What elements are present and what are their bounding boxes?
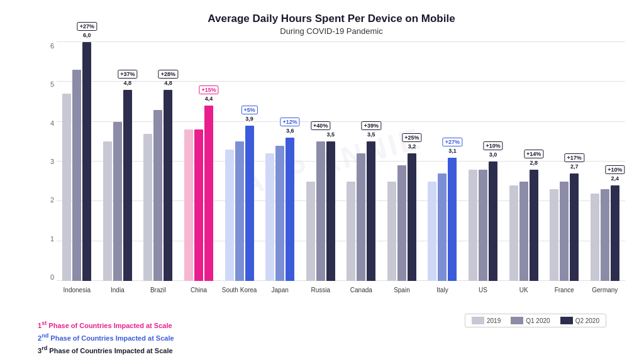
legend-q2: Q2 2020: [560, 317, 599, 324]
bar-brazil-2: 4,8+28%: [164, 90, 172, 281]
country-group-spain: 3,2+25%: [382, 153, 423, 281]
y-axis: 0 1 2 3 4 5 6: [38, 42, 57, 281]
bar-top-label-7: 3,5: [367, 131, 375, 138]
bar-russia-2: 3,5: [326, 141, 335, 281]
pct-badge-6: +40%: [311, 121, 330, 130]
bar-canada-2: 3,5+39%: [367, 141, 375, 281]
bar-indonesia-1: [72, 70, 81, 281]
phase3-label: 3rd Phase of Countries Impacted at Scale: [38, 344, 174, 357]
pct-badge-10: +10%: [483, 141, 502, 150]
country-group-japan: 3,6+12%: [260, 138, 301, 281]
bar-india-0: [103, 141, 112, 281]
bar-france-2: 2,7+17%: [570, 173, 579, 281]
country-group-russia: +40%3,5: [300, 141, 341, 281]
bar-spain-2: 3,2+25%: [408, 153, 416, 281]
pct-badge-7: +39%: [362, 121, 381, 130]
x-label-us: US: [463, 287, 504, 293]
bar-germany-1: [601, 189, 609, 281]
bar-top-label-4: 3,9: [245, 116, 253, 122]
bar-top-label-1: 4,8: [124, 80, 132, 86]
bar-top-label-0: 6,0: [83, 32, 91, 38]
x-label-germany: Germany: [585, 287, 626, 293]
x-label-uk: UK: [503, 287, 544, 293]
bars-area: 6,0+27%4,8+37%4,8+28%4,4+15%3,9+5%3,6+12…: [57, 42, 625, 281]
country-group-germany: 2,4+10%: [585, 185, 626, 281]
legend-2019: 2019: [472, 317, 501, 324]
bar-russia-0: [306, 182, 315, 281]
bar-france-0: [550, 189, 558, 281]
bar-south-korea-0: [225, 150, 234, 281]
bar-japan-2: 3,6+12%: [286, 138, 294, 281]
x-label-canada: Canada: [341, 287, 382, 293]
legend-label-2019: 2019: [487, 317, 501, 324]
pct-badge-5: +12%: [280, 118, 300, 126]
x-label-china: China: [179, 287, 219, 293]
bar-us-2: 3,0+10%: [489, 162, 497, 281]
bar-italy-1: [438, 173, 447, 281]
chart-subtitle: During COVID-19 Pandemic: [38, 26, 625, 36]
bar-top-label-8: 3,2: [408, 143, 416, 150]
bar-brazil-0: [143, 134, 152, 281]
chart-area: APP ANNIE 0 1 2 3 4 5 6 6,0+27%4,8+37%4,…: [38, 42, 625, 281]
bar-us-0: [469, 170, 477, 281]
bar-uk-1: [519, 182, 528, 281]
bar-india-1: [113, 122, 122, 281]
legend-area: 2019 Q1 2020 Q2 2020: [465, 314, 606, 327]
bar-indonesia-2: 6,0+27%: [82, 42, 91, 281]
legend-swatch-2019: [472, 317, 484, 324]
bar-india-2: 4,8+37%: [123, 90, 132, 281]
bar-top-label-13: 2,4: [611, 175, 619, 182]
bar-france-1: [560, 182, 569, 281]
pct-badge-1: +37%: [118, 70, 137, 79]
country-group-brazil: 4,8+28%: [138, 90, 179, 281]
bar-japan-1: [275, 146, 284, 281]
country-group-china: 4,4+15%: [179, 106, 219, 281]
pct-badge-11: +14%: [524, 150, 543, 158]
x-label-indonesia: Indonesia: [57, 287, 97, 293]
bar-canada-1: [357, 153, 365, 281]
x-label-south-korea: South Korea: [219, 287, 260, 293]
pct-badge-2: +28%: [158, 70, 178, 79]
x-label-russia: Russia: [300, 287, 341, 293]
bar-brazil-1: [153, 110, 162, 281]
bar-south-korea-2: 3,9+5%: [245, 126, 254, 281]
x-label-spain: Spain: [382, 287, 423, 293]
bar-top-label-6: 3,5: [326, 131, 335, 138]
bar-top-label-10: 3,0: [489, 151, 497, 158]
bar-top-label-12: 2,7: [570, 163, 579, 170]
bar-china-2: 4,4+15%: [204, 106, 213, 281]
bar-japan-0: [265, 153, 274, 281]
bar-germany-0: [591, 194, 599, 281]
pct-badge-9: +27%: [443, 138, 462, 146]
bar-top-label-11: 2,8: [530, 160, 538, 166]
bar-top-label-5: 3,6: [286, 128, 294, 134]
bar-china-0: [184, 129, 193, 281]
bar-top-label-3: 4,4: [205, 96, 213, 102]
legend-swatch-q2: [560, 317, 573, 324]
x-label-brazil: Brazil: [138, 287, 179, 293]
bar-top-label-2: 4,8: [164, 80, 172, 86]
x-label-india: India: [97, 287, 138, 293]
x-label-france: France: [544, 287, 585, 293]
country-group-italy: 3,1+27%: [422, 158, 463, 281]
bar-canada-0: [347, 182, 355, 281]
country-group-canada: 3,5+39%: [341, 141, 382, 281]
bar-italy-0: [428, 182, 436, 281]
bar-italy-2: 3,1+27%: [448, 158, 457, 281]
legend-label-q2: Q2 2020: [575, 317, 599, 324]
pct-badge-0: +27%: [77, 22, 97, 31]
phase1-label: 1st Phase of Countries Impacted at Scale: [38, 319, 174, 331]
bar-china-1: [194, 129, 203, 281]
bar-uk-0: [509, 185, 518, 281]
country-group-us: 3,0+10%: [463, 162, 504, 281]
phase2-label: 2nd Phase of Countries Impacted at Scale: [38, 331, 174, 344]
pct-badge-3: +15%: [199, 85, 218, 94]
phase-legend: 1st Phase of Countries Impacted at Scale…: [38, 319, 174, 357]
legend-swatch-q1: [511, 317, 523, 324]
chart-title: Average Daily Hours Spent Per Device on …: [38, 13, 625, 25]
bar-indonesia-0: [62, 94, 71, 281]
bar-russia-1: +40%: [316, 141, 325, 281]
legend-q1: Q1 2020: [511, 317, 550, 324]
country-group-indonesia: 6,0+27%: [57, 42, 97, 281]
pct-badge-13: +10%: [605, 165, 625, 174]
